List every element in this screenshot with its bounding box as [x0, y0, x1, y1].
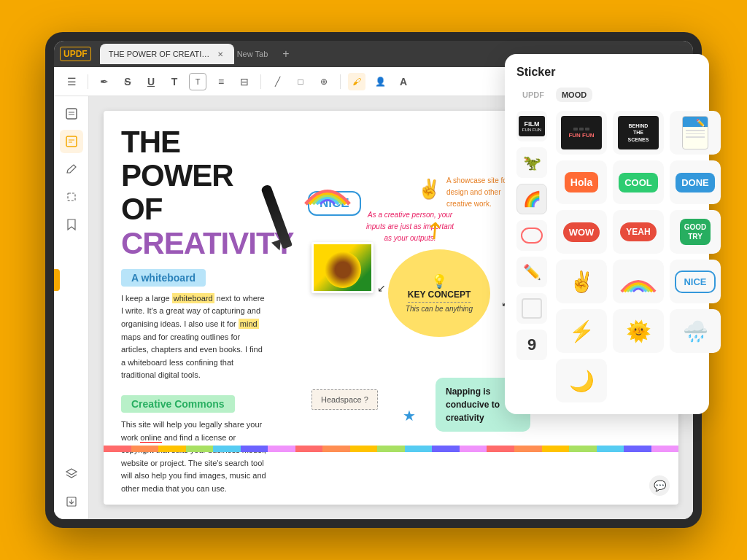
toolbar-user-icon[interactable]: 👤	[371, 73, 389, 90]
toolbar-menu-icon[interactable]: ☰	[63, 73, 80, 90]
sticker-cat-dino[interactable]: 🦖	[516, 147, 547, 178]
sidebar-edit-icon[interactable]	[60, 130, 83, 153]
section2-text: This site will help you legally share yo…	[121, 419, 267, 496]
toolbar-text3-icon[interactable]: A	[395, 73, 412, 90]
sidebar-annotation-icon[interactable]	[60, 158, 83, 181]
sticker-items-grid: FUN FUN BEHINDTHESCENES ✏️	[556, 111, 721, 402]
toolbar-text-icon[interactable]: T	[166, 73, 183, 90]
sticker-wow-label: WOW	[563, 222, 600, 242]
sidebar-pages-icon[interactable]	[60, 102, 83, 125]
sticker-item-goodtry[interactable]: GOODTRY	[670, 210, 721, 254]
toolbar-underline-icon[interactable]: U	[142, 73, 160, 90]
new-tab-button[interactable]: +	[276, 47, 295, 61]
notebook-line-1	[686, 130, 705, 131]
sticker-goodtry-label: GOODTRY	[680, 219, 711, 245]
key-concept-sub: This can be anything	[406, 305, 473, 313]
sticker-notebook-content: ✏️	[682, 116, 708, 149]
sticker-cat-speech-preview	[521, 228, 543, 244]
toolbar-list-icon[interactable]: ⊟	[236, 73, 253, 90]
toolbar-sep-1	[88, 74, 88, 89]
color-seg-12	[405, 446, 433, 452]
sticker-tab-updf[interactable]: UPDF	[516, 88, 550, 102]
svg-rect-3	[66, 136, 77, 147]
sticker-behind-label: BEHINDTHESCENES	[628, 122, 649, 142]
sticker-item-yeah[interactable]: YEAH	[613, 210, 664, 254]
sticker-item-rain[interactable]: 🌧️	[670, 309, 721, 353]
notebook-line-3	[686, 136, 705, 138]
sticker-cat-speech[interactable]	[516, 220, 547, 251]
sticker-tab-mood[interactable]: MOOD	[556, 88, 592, 102]
toolbar-line-icon[interactable]: ╱	[268, 73, 286, 90]
sticker-item-peace[interactable]: ✌️	[556, 260, 607, 303]
film-hole-3	[585, 128, 589, 131]
sticker-cool-label: COOL	[619, 173, 658, 192]
sticker-behind-content: BEHINDTHESCENES	[618, 116, 659, 149]
sticker-sun-emoji: 🌞	[626, 319, 651, 343]
color-seg-11	[377, 446, 405, 452]
sidebar-save-icon[interactable]	[60, 490, 83, 513]
mind-map-highlight: mind	[239, 319, 259, 329]
color-seg-1	[104, 446, 131, 452]
online-underline: online	[140, 433, 161, 443]
sticker-tab-updf-label: UPDF	[522, 90, 544, 99]
sticker-item-rainbow[interactable]	[613, 260, 664, 303]
sticker-panel-title: Sticker	[516, 66, 697, 79]
toolbar-strikethrough-icon[interactable]: S	[119, 73, 136, 90]
sticker-cat-pencil[interactable]: ✏️	[516, 257, 547, 287]
active-tab[interactable]: THE POWER OF CREATIVITY ✕	[100, 44, 234, 64]
sticker-item-cool[interactable]: COOL	[613, 160, 664, 204]
sticker-item-sun[interactable]: 🌞	[613, 309, 664, 353]
color-seg-19	[597, 446, 624, 452]
film-hole-1	[573, 128, 578, 131]
tablet-frame: UPDF THE POWER OF CREATIVITY ✕ New Tab +…	[45, 32, 702, 528]
sticker-item-lightning[interactable]: ⚡	[556, 309, 607, 353]
toolbar-align-icon[interactable]: ≡	[212, 73, 230, 90]
toolbar-pen-icon[interactable]: ✒	[96, 73, 113, 90]
peace-sign: ✌️	[417, 178, 441, 201]
notebook-lines	[686, 130, 705, 138]
sticker-item-wow[interactable]: WOW	[556, 210, 607, 254]
star-decoration: ★	[403, 407, 416, 424]
sticker-item-hola[interactable]: Hola	[556, 160, 607, 204]
chat-icon[interactable]: 💬	[649, 475, 670, 496]
sticker-item-done[interactable]: DONE	[670, 160, 721, 204]
whiteboard-highlight: whiteboard	[172, 293, 214, 303]
color-seg-13	[432, 446, 460, 452]
new-tab-label: New Tab	[237, 50, 268, 58]
sticker-item-nice[interactable]: NICE	[670, 260, 721, 303]
toolbar-text2-icon[interactable]: T	[189, 73, 206, 90]
sticker-item-moon[interactable]: 🌙	[556, 359, 607, 402]
sidebar-layers-icon[interactable]	[60, 462, 83, 486]
sticker-cat-number[interactable]: 9	[516, 330, 547, 360]
sticker-cat-film-label: FILM	[525, 120, 540, 128]
color-seg-17	[542, 446, 570, 452]
sticker-cat-shape-preview	[522, 298, 542, 319]
toolbar-sticker-icon[interactable]: 🖌	[348, 73, 365, 90]
color-seg-3	[158, 446, 186, 452]
tab-label: THE POWER OF CREATIVITY	[109, 50, 211, 58]
color-seg-18	[569, 446, 597, 452]
sunflower-image	[311, 242, 374, 293]
sticker-film-content: FUN FUN	[561, 116, 602, 149]
sticker-cat-number-icon: 9	[527, 335, 536, 354]
sticker-categories: FILM FUN FUN 🦖 🌈 ✏️	[516, 111, 550, 402]
toolbar-shape-icon[interactable]: ⊕	[315, 73, 333, 90]
color-seg-10	[350, 446, 378, 452]
sidebar-crop-icon[interactable]	[60, 185, 83, 209]
sticker-tabs: UPDF MOOD	[516, 88, 697, 102]
sticker-cat-shape[interactable]	[516, 293, 547, 324]
sticker-item-behind[interactable]: BEHINDTHESCENES	[613, 111, 664, 155]
sidebar-bookmark-icon[interactable]	[60, 213, 83, 236]
sticker-moon-emoji: 🌙	[569, 369, 595, 393]
doc-left-content: THE POWER OF CREATIVITY A whiteboard I k…	[121, 125, 274, 495]
sticker-film-fun-label: FUN FUN	[568, 132, 594, 139]
toolbar-rect-icon[interactable]: □	[292, 73, 309, 90]
toolbar-sep-2	[260, 74, 261, 89]
sticker-item-notebook[interactable]: ✏️	[670, 111, 721, 155]
sticker-cat-rainbow[interactable]: 🌈	[516, 184, 547, 214]
sticker-nice-label: NICE	[675, 271, 715, 293]
tab-close-icon[interactable]: ✕	[215, 49, 225, 59]
color-seg-9	[322, 446, 350, 452]
sticker-cat-film[interactable]: FILM FUN FUN	[516, 111, 547, 141]
sticker-item-film[interactable]: FUN FUN	[556, 111, 607, 155]
